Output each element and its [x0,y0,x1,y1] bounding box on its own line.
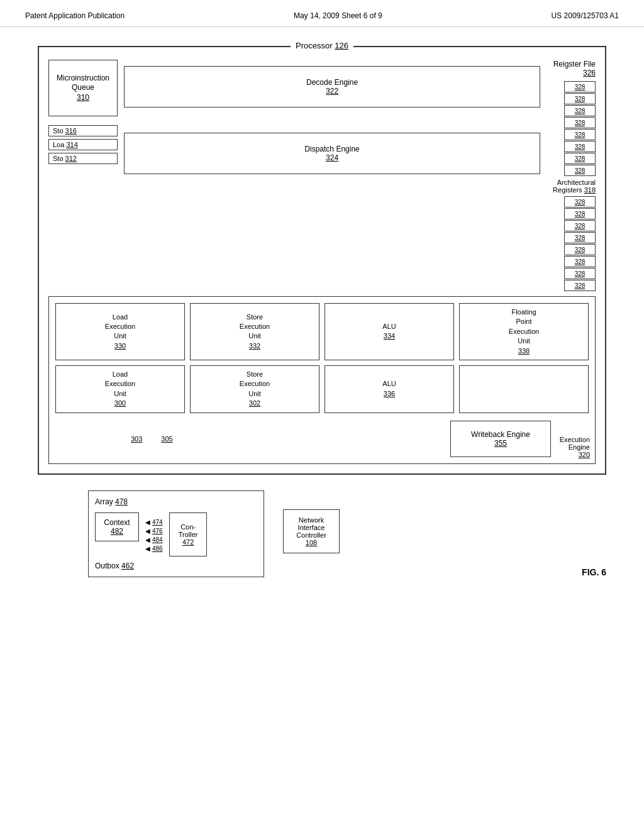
store-exec-unit-332: StoreExecutionUnit332 [190,303,319,360]
header-right: US 2009/125703 A1 [552,11,619,20]
dispatch-number: 324 [137,153,527,162]
decode-engine-box: Decode Engine 322 [124,66,540,108]
processor-label: Processor 126 [291,41,353,50]
writeback-number: 355 [464,439,538,448]
writeback-engine-box: Writeback Engine 355 [450,421,551,457]
reg-328-6: 328 [564,141,596,152]
context-box: Context 482 [95,512,139,541]
page-header: Patent Application Publication May 14, 2… [0,0,644,27]
load-exec-unit-330: LoadExecutionUnit330 [55,303,185,360]
reg-328-1: 328 [564,81,596,92]
arrow-486: ◀486 [145,545,163,552]
reg-328-4: 328 [564,117,596,128]
alu-336: ALU336 [325,365,454,413]
exec-row-2: LoadExecutionUnit300 StoreExecutionUnit3… [55,365,589,413]
outbox-label: Outbox 462 [95,562,257,570]
array-box: Array 478 Context 482 ◀474 ◀476 [88,490,264,577]
top-middle: Decode Engine 322 Dispatch Engine 324 [124,66,540,174]
array-inner: Context 482 ◀474 ◀476 ◀484 ◀486 [95,512,257,556]
processor-box: Processor 126 MicroinstructionQueue310 S… [38,46,606,475]
controller-arrows-area: ◀474 ◀476 ◀484 ◀486 [145,512,163,552]
writeback-row: 303 305 Writeback Engine 355 [55,421,589,457]
top-section: MicroinstructionQueue310 Sto 316 Loa 314… [48,60,596,291]
arrow-476: ◀476 [145,528,163,534]
fp-exec-unit-338: FloatingPointExecutionUnit338 [459,303,589,360]
reg-boxes: 328 328 328 328 328 328 328 328 [564,81,596,176]
network-number: 108 [291,539,331,546]
header-middle: May 14, 2009 Sheet 6 of 9 [294,11,382,20]
reg-328-5: 328 [564,129,596,140]
alu-334: ALU334 [325,303,454,360]
dispatch-engine-box: Dispatch Engine 324 [124,133,540,174]
exec-engine-label: ExecutionEngine320 [560,436,590,458]
queue-item-312: Sto 312 [48,153,118,164]
decode-number: 322 [137,87,527,96]
reg-328-11: 328 [564,220,596,231]
queue-items: Sto 316 Loa 314 Sto 312 [48,125,118,164]
fig-label: FIG. 6 [582,567,606,577]
dispatch-label: Dispatch Engine [137,145,527,153]
store-exec-unit-302: StoreExecutionUnit302 [190,365,319,413]
array-label: Array 478 [95,497,257,506]
context-label: Context [103,518,131,527]
queue-item-314: Loa 314 [48,139,118,150]
arch-reg-label: ArchitecturalRegisters 318 [553,179,596,194]
reg-328-10: 328 [564,208,596,219]
exec-row-1: LoadExecutionUnit330 StoreExecutionUnit3… [55,303,589,360]
miq-box: MicroinstructionQueue310 [48,60,118,116]
execution-engine-outer: LoadExecutionUnit330 StoreExecutionUnit3… [48,296,596,464]
context-number: 482 [103,527,131,536]
page-content: Processor 126 MicroinstructionQueue310 S… [0,27,644,596]
network-label: NetworkInterfaceController [291,516,331,539]
header-left: Patent Application Publication [25,11,125,20]
reg-328-7: 328 [564,153,596,164]
reg-328-3: 328 [564,105,596,116]
arrow-484: ◀484 [145,536,163,543]
reg-328-8: 328 [564,165,596,176]
reg-328-15: 328 [564,268,596,279]
reg-328-2: 328 [564,93,596,104]
reg-boxes-2: 328 328 328 328 328 328 328 328 [564,196,596,291]
reg-328-14: 328 [564,256,596,267]
top-right: Reigster File 326 328 328 328 328 328 32… [553,60,596,291]
exec-engine-340 [459,365,589,413]
queue-item-316: Sto 316 [48,125,118,136]
reg-328-13: 328 [564,244,596,255]
reg-328-12: 328 [564,232,596,243]
network-interface-box: NetworkInterfaceController 108 [283,509,340,553]
reg-328-16: 328 [564,280,596,291]
controller-number: 472 [182,538,194,546]
reg-file-label: Reigster File 326 [553,60,596,77]
controller-label: Con-Troller [179,523,198,538]
writeback-label: Writeback Engine [464,430,538,439]
load-exec-unit-300: LoadExecutionUnit300 [55,365,185,413]
decode-label: Decode Engine [137,78,527,87]
arrow-474: ◀474 [145,519,163,526]
arrow-303: 303 [131,435,142,443]
reg-328-9: 328 [564,196,596,208]
bottom-section: Array 478 Context 482 ◀474 ◀476 [88,490,606,577]
arrow-305: 305 [161,435,172,443]
miq-label: MicroinstructionQueue310 [57,74,109,103]
controller-box: Con-Troller 472 [169,512,208,556]
